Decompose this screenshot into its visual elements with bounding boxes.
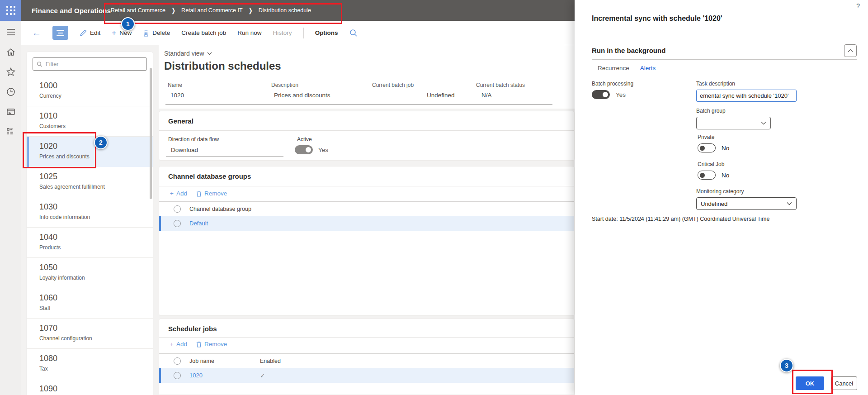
field-description-value[interactable]: Prices and discounts	[274, 92, 330, 99]
job-name-cell[interactable]: 1020	[189, 372, 251, 379]
grid-header-row: Channel database group	[159, 201, 574, 216]
field-current-batch-job-value[interactable]: Undefined	[427, 92, 455, 99]
dialog-title: Incremental sync with schedule '1020'	[592, 14, 722, 23]
dialog-tabs: Recurrence Alerts	[598, 65, 656, 71]
monitoring-category-select[interactable]: Undefined	[696, 197, 797, 210]
list-item-1020-selected[interactable]: 1020 Prices and discounts	[27, 137, 153, 167]
favorites-star-icon[interactable]	[6, 67, 16, 77]
tab-recurrence[interactable]: Recurrence	[598, 65, 629, 71]
list-item-1030[interactable]: 1030 Info code information	[27, 197, 153, 228]
chevron-down-icon	[207, 52, 212, 55]
task-description-input[interactable]	[696, 90, 797, 102]
waffle-icon	[6, 6, 15, 15]
plus-icon: +	[170, 190, 174, 197]
list-item-1050[interactable]: 1050 Loyalty information	[27, 258, 153, 288]
row-radio[interactable]	[174, 372, 181, 379]
run-now-button[interactable]: Run now	[237, 29, 261, 36]
batch-group-select[interactable]	[696, 117, 771, 129]
list-scrollbar[interactable]	[150, 68, 152, 199]
add-button[interactable]: +Add	[170, 341, 187, 347]
app-window: Finance and Operations Retail and Commer…	[0, 0, 868, 395]
column-header-enabled[interactable]: Enabled	[260, 358, 281, 364]
breadcrumb-item[interactable]: Retail and Commerce IT	[181, 7, 242, 14]
field-name-value[interactable]: 1020	[170, 92, 184, 99]
general-section-title[interactable]: General	[168, 117, 193, 125]
batch-processing-field: Batch processing Yes	[592, 81, 633, 99]
list-item-1025[interactable]: 1025 Sales agreement fulfillment	[27, 167, 153, 197]
annotation-badge-1: 1	[121, 17, 135, 31]
divider	[159, 337, 574, 338]
list-item-1060[interactable]: 1060 Staff	[27, 288, 153, 319]
select-all-radio[interactable]	[174, 205, 181, 213]
active-toggle[interactable]	[295, 145, 313, 154]
search-icon[interactable]	[349, 29, 358, 37]
record-list: 1000 Currency 1010 Customers 1020 Prices…	[27, 76, 153, 395]
row-radio[interactable]	[174, 220, 181, 227]
tab-alerts[interactable]: Alerts	[640, 65, 656, 71]
scheduler-jobs-title[interactable]: Scheduler jobs	[168, 325, 217, 333]
filter-field[interactable]	[33, 57, 147, 71]
list-item-1070[interactable]: 1070 Channel configuration	[27, 319, 153, 349]
column-header-job-name[interactable]: Job name	[189, 358, 251, 364]
select-all-radio[interactable]	[174, 357, 181, 365]
ok-button[interactable]: OK	[796, 376, 824, 390]
filter-input[interactable]	[46, 61, 143, 67]
help-icon[interactable]: ?	[856, 2, 860, 10]
remove-button[interactable]: Remove	[196, 190, 227, 197]
critical-job-label: Critical Job	[698, 161, 729, 167]
view-selector[interactable]: Standard view	[164, 50, 212, 57]
plus-icon: +	[170, 341, 174, 347]
recent-clock-icon[interactable]	[6, 87, 16, 97]
field-current-batch-status-value[interactable]: N/A	[481, 92, 492, 99]
breadcrumb-item[interactable]: Distribution schedule	[259, 7, 311, 14]
breadcrumb: Retail and Commerce ❯ Retail and Commerc…	[111, 0, 311, 21]
run-background-dialog: ? Incremental sync with schedule '1020' …	[575, 0, 868, 395]
list-item-1040[interactable]: 1040 Products	[27, 228, 153, 258]
home-icon[interactable]	[6, 47, 16, 57]
direction-value[interactable]: Download	[171, 147, 198, 153]
field-underline	[379, 105, 552, 105]
hamburger-menu-icon[interactable]	[6, 27, 16, 37]
modules-list-icon[interactable]	[6, 127, 16, 137]
channel-database-groups-section: Channel database groups +Add Remove Chan…	[159, 166, 575, 316]
record-list-panel: 1000 Currency 1010 Customers 1020 Prices…	[27, 52, 153, 395]
list-item-1080[interactable]: 1080 Tax	[27, 349, 153, 379]
cancel-button[interactable]: Cancel	[831, 376, 857, 390]
start-date-text: Start date: 11/5/2024 (11:41:29 am) (GMT…	[592, 216, 769, 222]
grid-toolbar: +Add Remove	[170, 190, 227, 197]
grid-row-1020[interactable]: 1020 ✓	[159, 368, 574, 383]
app-launcher-button[interactable]	[0, 0, 21, 21]
critical-job-toggle[interactable]	[698, 171, 716, 180]
column-header[interactable]: Channel database group	[189, 206, 251, 212]
add-button[interactable]: +Add	[170, 190, 187, 197]
private-toggle[interactable]	[698, 143, 716, 152]
search-icon	[37, 61, 42, 67]
options-button[interactable]: Options	[315, 29, 338, 36]
list-item-1090[interactable]: 1090	[27, 379, 153, 395]
remove-button[interactable]: Remove	[196, 341, 227, 347]
delete-button[interactable]: Delete	[143, 29, 170, 37]
critical-job-value: No	[722, 172, 729, 179]
collapse-section-button[interactable]	[844, 44, 857, 57]
edit-button[interactable]: Edit	[80, 29, 100, 37]
trash-icon	[196, 341, 202, 347]
show-list-button[interactable]	[52, 26, 68, 40]
create-batch-job-button[interactable]: Create batch job	[181, 29, 226, 36]
grid-row-default[interactable]: Default	[159, 216, 574, 231]
back-button[interactable]: ←	[32, 28, 41, 38]
pencil-icon	[80, 29, 87, 37]
section-title: Run in the background	[592, 47, 665, 54]
channel-group-cell[interactable]: Default	[189, 220, 208, 227]
plus-icon: +	[112, 29, 116, 37]
list-item-1010[interactable]: 1010 Customers	[27, 106, 153, 137]
annotation-badge-3: 3	[780, 359, 793, 372]
list-item-1000[interactable]: 1000 Currency	[27, 76, 153, 106]
channel-groups-title[interactable]: Channel database groups	[168, 172, 251, 180]
field-current-batch-status: Current batch status	[476, 81, 525, 89]
batch-processing-label: Batch processing	[592, 81, 633, 87]
batch-group-field: Batch group	[696, 108, 771, 129]
private-field: Private No	[698, 134, 729, 152]
workspace-icon[interactable]	[6, 107, 16, 117]
batch-processing-toggle[interactable]	[592, 90, 610, 99]
breadcrumb-item[interactable]: Retail and Commerce	[111, 7, 165, 14]
